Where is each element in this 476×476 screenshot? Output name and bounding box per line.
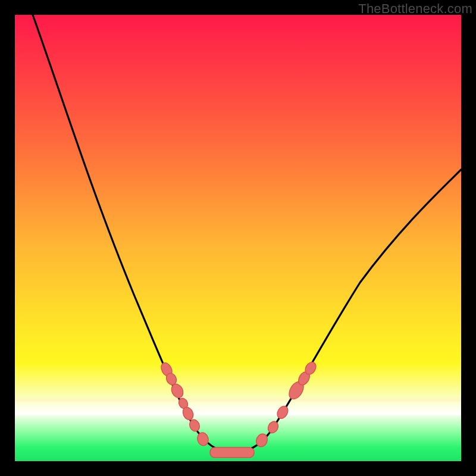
curve-path: [33, 15, 461, 452]
chart-frame: TheBottleneck.com: [0, 0, 476, 476]
bottleneck-curve: [15, 15, 461, 461]
plot-area: [15, 15, 461, 461]
marker-cluster-left: [159, 361, 209, 447]
marker-bottom: [210, 447, 254, 458]
marker-cluster-right: [255, 360, 318, 448]
watermark-text: TheBottleneck.com: [358, 1, 472, 17]
svg-point-9: [266, 419, 280, 434]
svg-rect-7: [210, 447, 254, 458]
svg-point-10: [275, 404, 290, 420]
